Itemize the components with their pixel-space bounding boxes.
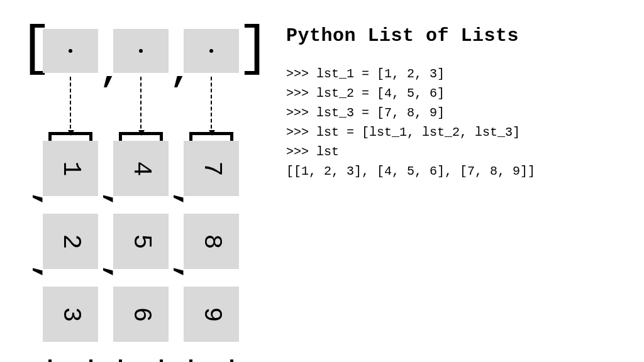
list-item: 4, — [113, 141, 169, 196]
list-item: 3 — [43, 287, 98, 342]
comma-separator: , — [30, 265, 64, 283]
comma-separator: , — [170, 192, 204, 210]
list-item: 6 — [113, 287, 169, 342]
comma-separator: , — [30, 192, 64, 210]
list-item: 9 — [184, 287, 239, 342]
cell-value: 9 — [197, 307, 225, 322]
code-text: lst = [lst_1, lst_2, lst_3] — [316, 125, 520, 140]
comma-separator: , — [170, 265, 204, 283]
code-text: lst — [316, 145, 339, 159]
code-text: lst_3 = [7, 8, 9] — [316, 106, 445, 120]
list-item: 7, — [184, 141, 239, 196]
bracket-close-icon — [119, 359, 163, 362]
bracket-close-icon — [189, 359, 233, 362]
list-item: 1, — [43, 141, 98, 196]
code-line: >>> lst_2 = [4, 5, 6] — [286, 84, 631, 103]
pointer-dot-icon — [209, 49, 213, 53]
cell-value: 4 — [126, 161, 155, 176]
cell-value: 2 — [56, 234, 84, 249]
code-line: >>> lst — [286, 142, 631, 162]
arrow-icon — [140, 77, 142, 134]
inner-list-column: 1, 2, 3 — [43, 141, 98, 359]
cell-value: 5 — [126, 234, 155, 249]
arrow-icon — [70, 77, 71, 134]
code-text: lst_2 = [4, 5, 6] — [316, 86, 445, 101]
cell-value: 7 — [197, 161, 225, 176]
code-line: >>> lst_1 = [1, 2, 3] — [286, 64, 631, 84]
bracket-close-icon — [48, 359, 92, 362]
inner-list-column: 4, 5, 6 — [113, 141, 169, 359]
bracket-close-icon: ] — [237, 21, 270, 77]
cell-value: 6 — [126, 307, 155, 322]
code-line: >>> lst_3 = [7, 8, 9] — [286, 103, 631, 123]
bracket-open-icon — [48, 132, 92, 141]
code-line: >>> lst = [lst_1, lst_2, lst_3] — [286, 123, 631, 142]
bracket-open-icon — [189, 132, 233, 141]
inner-list-column: 7, 8, 9 — [184, 141, 239, 359]
outer-list-slot — [113, 29, 169, 73]
bracket-open-icon — [119, 132, 163, 141]
code-output: [[1, 2, 3], [4, 5, 6], [7, 8, 9]] — [286, 162, 631, 181]
cell-value: 8 — [197, 234, 225, 249]
outer-list-slot — [43, 29, 98, 73]
code-text: lst_1 = [1, 2, 3] — [316, 67, 445, 81]
list-item: 2, — [43, 214, 98, 269]
arrow-icon — [211, 77, 212, 134]
repl-prompt: >>> — [286, 106, 316, 120]
cell-value: 3 — [56, 307, 84, 322]
repl-prompt: >>> — [286, 125, 316, 140]
diagram: [ , , ] 1, 2, 3 4, 5, 6 7, 8, 9 — [25, 25, 264, 82]
repl-prompt: >>> — [286, 67, 316, 81]
repl-prompt: >>> — [286, 86, 316, 101]
code-panel: Python List of Lists >>> lst_1 = [1, 2, … — [286, 25, 631, 181]
list-item: 8, — [184, 214, 239, 269]
comma-separator: , — [100, 265, 134, 283]
repl-prompt: >>> — [286, 145, 316, 159]
cell-value: 1 — [56, 161, 84, 176]
pointer-dot-icon — [69, 49, 72, 53]
pointer-dot-icon — [139, 49, 143, 53]
outer-list-row: [ , , ] — [25, 25, 264, 82]
page-title: Python List of Lists — [286, 25, 631, 47]
comma-separator: , — [100, 192, 134, 210]
list-item: 5, — [113, 214, 169, 269]
outer-list-slot — [184, 29, 239, 73]
